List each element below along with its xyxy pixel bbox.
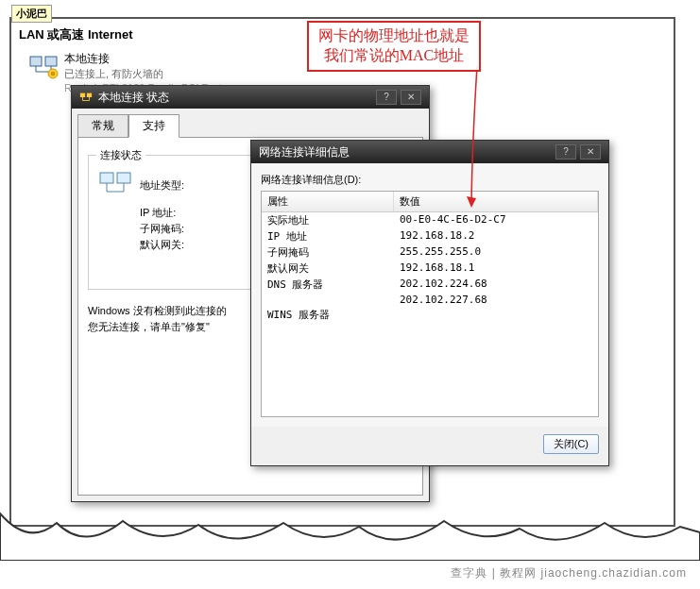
close-details-button[interactable]: 关闭(C)	[543, 434, 599, 454]
svg-rect-12	[100, 173, 113, 183]
list-row[interactable]: 默认网关192.168.18.1	[262, 261, 598, 277]
cell-value: 202.102.224.68	[394, 277, 598, 293]
svg-rect-7	[80, 93, 85, 97]
help-button[interactable]: ?	[555, 144, 576, 160]
col-header-property[interactable]: 属性	[262, 192, 394, 211]
cell-value: 00-E0-4C-E6-D2-C7	[394, 212, 598, 228]
cell-property: 子网掩码	[262, 244, 394, 261]
close-button[interactable]: ✕	[580, 144, 601, 160]
cell-value: 192.168.18.1	[394, 261, 598, 277]
torn-edge-decoration	[0, 504, 700, 561]
connection-name: 本地连接	[64, 51, 233, 67]
svg-rect-0	[30, 57, 42, 66]
cell-property: IP 地址	[262, 228, 394, 244]
list-row[interactable]: 202.102.227.68	[262, 293, 598, 307]
label-addr-type: 地址类型:	[140, 178, 215, 193]
cell-value: 255.255.255.0	[394, 244, 598, 261]
cell-value: 202.102.227.68	[394, 293, 598, 307]
cell-property: 实际地址	[262, 212, 394, 228]
network-connection-icon	[28, 51, 59, 81]
svg-rect-1	[45, 57, 57, 66]
annotation-callout: 网卡的物理地址也就是 我们常说的MAC地址	[307, 21, 481, 72]
label-subnet: 子网掩码:	[140, 222, 215, 236]
listbox-header: 属性 数值	[262, 192, 598, 212]
svg-rect-6	[51, 72, 55, 76]
cell-property: DNS 服务器	[262, 277, 394, 293]
cell-property: 默认网关	[262, 261, 394, 277]
cell-property: WINS 服务器	[262, 307, 394, 323]
help-button[interactable]: ?	[376, 90, 397, 105]
label-ip: IP 地址:	[140, 206, 215, 220]
watermark-tag: 小泥巴	[11, 5, 52, 23]
details-dialog-titlebar[interactable]: 网络连接详细信息 ? ✕	[251, 141, 608, 163]
list-row[interactable]: 实际地址00-E0-4C-E6-D2-C7	[262, 212, 598, 228]
bottom-watermark: 查字典 | 教程网 jiaocheng.chazidian.com	[451, 565, 687, 581]
label-gateway: 默认网关:	[140, 238, 215, 252]
tab-support[interactable]: 支持	[128, 114, 179, 138]
details-dialog-title: 网络连接详细信息	[259, 144, 350, 160]
cell-value	[394, 307, 598, 323]
group-label: 连接状态	[96, 148, 145, 162]
tab-strip: 常规 支持	[77, 114, 423, 138]
dialog-icon	[79, 91, 93, 104]
svg-rect-8	[87, 93, 92, 97]
status-dialog-title: 本地连接 状态	[98, 90, 169, 106]
details-dialog: 网络连接详细信息 ? ✕ 网络连接详细信息(D): 属性 数值 实际地址00-E…	[250, 140, 609, 466]
list-row[interactable]: WINS 服务器	[262, 307, 598, 323]
tab-general[interactable]: 常规	[77, 114, 128, 138]
close-button[interactable]: ✕	[401, 90, 421, 105]
list-row[interactable]: 子网掩码255.255.255.0	[262, 244, 598, 261]
svg-rect-13	[117, 173, 130, 183]
cell-property	[262, 293, 394, 307]
list-row[interactable]: IP 地址192.168.18.2	[262, 228, 598, 244]
connection-status: 已连接上, 有防火墙的	[64, 67, 233, 81]
status-icon	[98, 167, 140, 204]
cell-value: 192.168.18.2	[394, 228, 598, 244]
col-header-value[interactable]: 数值	[394, 192, 598, 211]
list-label: 网络连接详细信息(D):	[261, 173, 599, 187]
details-listbox[interactable]: 属性 数值 实际地址00-E0-4C-E6-D2-C7IP 地址192.168.…	[261, 191, 599, 417]
list-row[interactable]: DNS 服务器202.102.224.68	[262, 277, 598, 293]
status-dialog-titlebar[interactable]: 本地连接 状态 ? ✕	[72, 86, 429, 109]
